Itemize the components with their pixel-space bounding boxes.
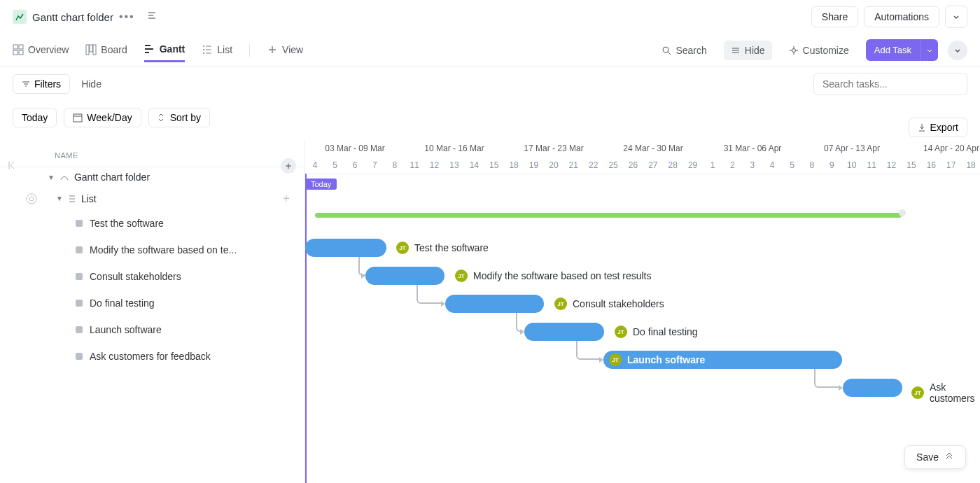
svg-rect-2 (13, 50, 18, 55)
dependency-line (814, 369, 839, 388)
sort-by-label: Sort by (170, 112, 201, 123)
tab-overview[interactable]: Overview (13, 38, 69, 62)
hide-label: Hide (745, 45, 765, 56)
add-view-button[interactable]: View (267, 38, 303, 62)
add-column-icon[interactable]: + (281, 158, 296, 174)
automations-button[interactable]: Automations (864, 6, 939, 27)
today-tag: Today (305, 178, 337, 190)
svg-point-13 (663, 47, 668, 52)
dependency-arrow-icon (441, 301, 445, 307)
tree-list-label: List (81, 193, 97, 204)
week-header: 03 Mar - 09 Mar10 Mar - 16 Mar17 Mar - 2… (305, 140, 980, 157)
task-row[interactable]: Do final testing (0, 290, 304, 316)
search-tasks-input[interactable] (813, 73, 967, 95)
add-task-dropdown[interactable] (920, 39, 938, 61)
add-task-icon[interactable]: ＋ (281, 191, 292, 206)
export-button[interactable]: Export (909, 118, 967, 137)
tab-board[interactable]: Board (85, 38, 127, 62)
day-label: 5 (325, 157, 344, 174)
dependency-arrow-icon (599, 357, 603, 363)
task-row[interactable]: Test the software (0, 210, 304, 237)
tab-gantt-label: Gantt (160, 43, 186, 55)
folder-leaf-icon (59, 172, 70, 183)
day-label: 18 (961, 157, 980, 174)
filters-label: Filters (34, 78, 61, 90)
svg-point-14 (792, 48, 795, 52)
filter-bar: Filters Hide (0, 67, 980, 101)
day-label: 15 (484, 157, 504, 174)
hide-link[interactable]: Hide (81, 78, 102, 90)
today-button[interactable]: Today (13, 108, 57, 127)
day-label: 17 (941, 157, 961, 174)
folder-title[interactable]: Gantt chart folder (32, 11, 113, 23)
task-name: Modify the software based on te... (90, 244, 237, 255)
add-task-button[interactable]: Add Task (866, 39, 920, 61)
gantt-bar[interactable] (305, 239, 386, 257)
day-label: 11 (862, 157, 881, 174)
day-label: 16 (921, 157, 941, 174)
hide-button[interactable]: Hide (724, 41, 772, 60)
dependency-line (416, 285, 441, 304)
gantt-bar[interactable] (365, 267, 444, 285)
svg-rect-3 (19, 50, 23, 55)
task-name: Ask customers for feedback (90, 351, 211, 362)
day-label: 22 (583, 157, 603, 174)
gantt-bar[interactable] (524, 323, 604, 341)
task-row[interactable]: Launch software (0, 316, 304, 343)
task-row[interactable]: Modify the software based on te... (0, 237, 304, 263)
tree-folder[interactable]: ▼ Gantt chart folder (0, 167, 304, 187)
week-label: 17 Mar - 23 Mar (504, 140, 603, 157)
svg-point-16 (27, 194, 36, 204)
day-label: 15 (902, 157, 921, 174)
day-label: 25 (603, 157, 623, 174)
gantt-bar[interactable] (445, 295, 544, 313)
chevron-up-icon (944, 452, 954, 462)
svg-point-17 (29, 197, 34, 201)
filters-button[interactable]: Filters (13, 74, 70, 94)
svg-rect-9 (145, 52, 149, 53)
sort-by-button[interactable]: Sort by (148, 108, 210, 127)
customize-button[interactable]: Customize (782, 41, 856, 60)
week-day-label: Week/Day (87, 112, 132, 123)
task-row[interactable]: Ask customers for feedback (0, 343, 304, 370)
task-name: Launch software (90, 324, 162, 335)
day-label: 12 (881, 157, 901, 174)
gantt-bar-label: JTDo final testing (615, 326, 698, 338)
svg-rect-0 (13, 45, 18, 49)
gantt-chart[interactable]: 03 Mar - 09 Mar10 Mar - 16 Mar17 Mar - 2… (305, 140, 980, 483)
dependency-arrow-icon (361, 273, 365, 279)
week-day-button[interactable]: Week/Day (64, 108, 141, 127)
menu-icon[interactable] (146, 10, 158, 24)
svg-rect-8 (145, 48, 153, 50)
tab-list[interactable]: List (202, 38, 232, 62)
gantt-toolbar: Today Week/Day Sort by (0, 101, 980, 134)
day-label: 28 (663, 157, 682, 174)
svg-rect-6 (93, 45, 96, 55)
gantt-bar-label: JTTest the software (396, 241, 489, 254)
caret-icon: ▼ (48, 174, 55, 181)
gantt-bar-label: JTAsk customers (911, 382, 980, 404)
tab-gantt[interactable]: Gantt (144, 38, 186, 62)
task-name: Do final testing (90, 298, 155, 309)
more-icon[interactable]: ••• (119, 10, 135, 23)
gantt-bar[interactable] (843, 379, 902, 397)
tree-list[interactable]: ▼ List ＋ (0, 187, 304, 210)
task-name: Test the software (90, 218, 164, 229)
summary-bar[interactable] (315, 213, 902, 218)
day-label: 10 (842, 157, 862, 174)
tab-list-label: List (217, 44, 232, 55)
collapse-sidebar-icon[interactable] (7, 160, 18, 174)
share-button[interactable]: Share (811, 6, 858, 27)
save-button[interactable]: Save (904, 445, 966, 469)
day-label: 8 (385, 157, 405, 174)
day-label: 29 (682, 157, 702, 174)
chevron-down-round-icon[interactable] (948, 41, 967, 60)
today-line (305, 174, 307, 483)
task-row[interactable]: Consult stakeholders (0, 263, 304, 290)
day-label: 14 (464, 157, 484, 174)
summary-end-icon (899, 209, 906, 216)
search-button[interactable]: Search (654, 41, 713, 60)
search-label: Search (676, 45, 706, 56)
day-label: 26 (623, 157, 643, 174)
chevron-down-icon[interactable] (945, 6, 967, 28)
